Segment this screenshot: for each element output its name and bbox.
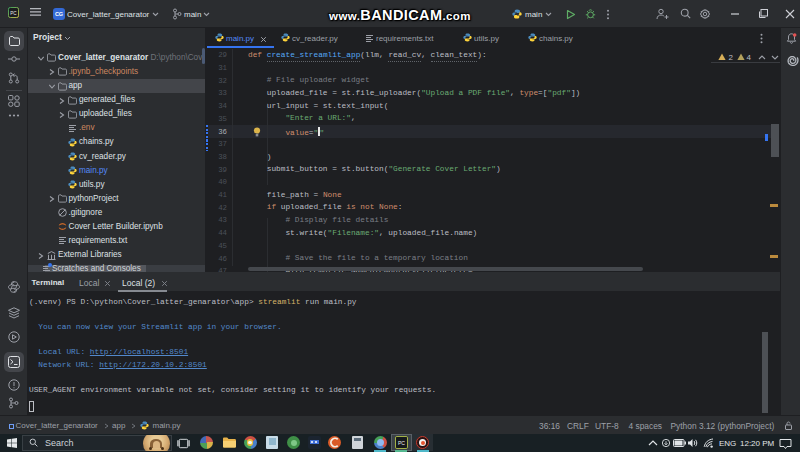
svg-text:PC: PC: [10, 11, 17, 16]
svg-text:PC: PC: [397, 440, 404, 446]
